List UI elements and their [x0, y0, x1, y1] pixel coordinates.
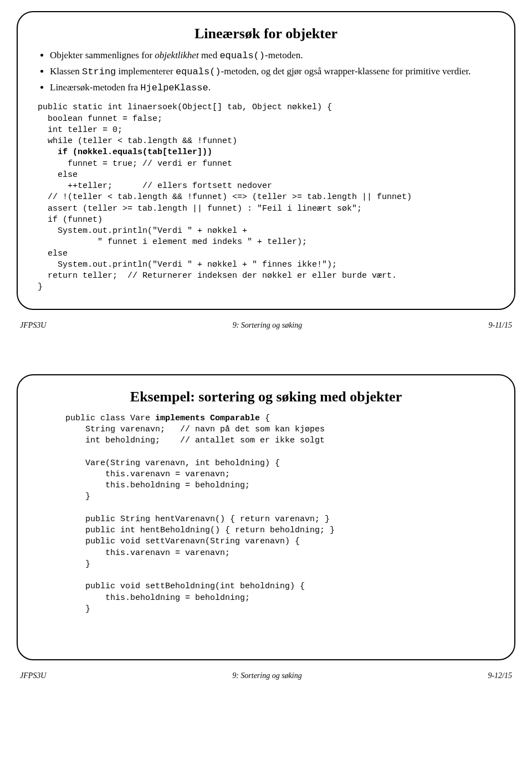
- code-line: " funnet i element med indeks " + teller…: [38, 237, 307, 247]
- footer-2: JFPS3U 9: Sortering og søking 9-12/15: [20, 671, 512, 680]
- footer-right: 9-11/15: [488, 321, 512, 330]
- code-line: if (funnet): [38, 215, 103, 225]
- text-italic: objektlikhet: [155, 50, 198, 60]
- code-line: return teller; // Returnerer indeksen de…: [38, 271, 397, 281]
- code-line: Vare(String varenavn, int beholdning) {: [65, 459, 280, 468]
- code-line: {: [260, 414, 270, 423]
- footer-center: 9: Sortering og søking: [46, 671, 488, 680]
- code-line: String varenavn; // navn på det som kan …: [65, 425, 325, 434]
- text: Lineærsøk-metoden fra: [50, 82, 140, 93]
- footer-1: JFPS3U 9: Sortering og søking 9-11/15: [20, 321, 512, 330]
- code-line: System.out.println("Verdi " + nøkkel +: [38, 226, 247, 236]
- code-line: [38, 147, 58, 157]
- code-line: funnet = true; // verdi er funnet: [38, 159, 232, 169]
- code-line: public String hentVarenavn() { return va…: [65, 515, 330, 524]
- bullet-2: Klassen String implementerer equals()-me…: [50, 65, 494, 79]
- code-line: public void settBeholdning(int beholdnin…: [65, 582, 305, 591]
- code-line: }: [65, 559, 90, 569]
- code-line: int teller = 0;: [38, 125, 122, 135]
- text-mono: equals(): [176, 67, 221, 77]
- code-line: else: [38, 249, 68, 258]
- slide-1: Lineærsøk for objekter Objekter sammenli…: [17, 11, 515, 310]
- footer-left: JFPS3U: [20, 671, 46, 680]
- text: Klassen: [50, 66, 82, 77]
- code-line: while (teller < tab.length && !funnet): [38, 136, 237, 146]
- text: .: [208, 82, 211, 93]
- text: -metoden.: [265, 50, 303, 60]
- code-line: this.beholdning = beholdning;: [65, 593, 250, 603]
- text: implementerer: [116, 66, 176, 77]
- bullet-3: Lineærsøk-metoden fra HjelpeKlasse.: [50, 81, 494, 95]
- text: med: [199, 50, 220, 60]
- text-mono: HjelpeKlasse: [140, 83, 208, 93]
- code-line: }: [65, 604, 90, 614]
- code-line: this.beholdning = beholdning;: [65, 481, 250, 490]
- code-line: assert (teller >= tab.length || funnet) …: [38, 204, 362, 213]
- code-line: // !(teller < tab.length && !funnet) <=>…: [38, 192, 412, 202]
- code-line: public static int linaersoek(Object[] ta…: [38, 103, 332, 112]
- code-line: public void settVarenavn(String varenavn…: [65, 537, 300, 546]
- text-mono: String: [82, 67, 116, 77]
- slide-2-title: Eksempel: sortering og søking med objekt…: [38, 389, 494, 405]
- code-line: this.varenavn = varenavn;: [65, 548, 230, 558]
- footer-center: 9: Sortering og søking: [46, 321, 488, 330]
- code-line: ++teller; // ellers fortsett nedover: [38, 181, 272, 191]
- code-block-2: public class Vare implements Comparable …: [65, 413, 494, 615]
- code-line-bold: implements Comparable: [155, 414, 260, 423]
- bullet-1: Objekter sammenlignes for objektlikhet m…: [50, 49, 494, 63]
- footer-left: JFPS3U: [20, 321, 46, 330]
- code-line: boolean funnet = false;: [38, 114, 162, 124]
- code-block-1: public static int linaersoek(Object[] ta…: [38, 102, 494, 293]
- code-line: System.out.println("Verdi " + nøkkel + "…: [38, 260, 337, 269]
- code-line: }: [65, 492, 90, 501]
- slide-2: Eksempel: sortering og søking med objekt…: [17, 374, 515, 661]
- code-line: int beholdning; // antallet som er ikke …: [65, 436, 325, 445]
- code-line: }: [38, 282, 43, 292]
- slide-1-bullets: Objekter sammenlignes for objektlikhet m…: [38, 49, 494, 94]
- footer-right: 9-12/15: [488, 671, 512, 680]
- text: -metoden, og det gjør også wrapper-klass…: [221, 66, 471, 77]
- slide-1-title: Lineærsøk for objekter: [38, 26, 494, 42]
- code-line: public int hentBeholdning() { return beh…: [65, 526, 335, 535]
- code-line: this.varenavn = varenavn;: [65, 470, 230, 479]
- code-line: else: [38, 170, 78, 180]
- text: Objekter sammenlignes for: [50, 50, 155, 60]
- code-line-bold: if (nøkkel.equals(tab[teller])): [58, 147, 212, 157]
- code-line: public class Vare: [65, 414, 155, 423]
- text-mono: equals(): [219, 50, 265, 61]
